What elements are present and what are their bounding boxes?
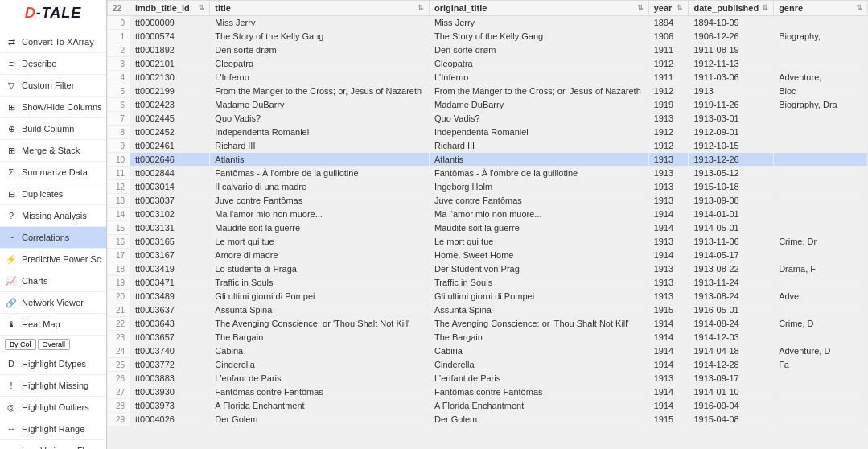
cell-year: 1913 (648, 290, 689, 303)
cell-year: 1915 (648, 303, 689, 317)
cell-original_title: Der Golem (430, 413, 649, 426)
table-head: 22imdb_title_id⇅title⇅original_title⇅yea… (108, 1, 868, 16)
sidebar-item-custom-filter[interactable]: ▽Custom Filter (0, 75, 106, 97)
sidebar-item-low-variance-flag[interactable]: ↕Low Variance Flag (0, 440, 106, 449)
sidebar-item-charts[interactable]: 📈Charts (0, 270, 106, 292)
table-row[interactable]: 9tt0002461Richard IIIRichard III19121912… (108, 139, 868, 153)
table-row[interactable]: 6tt0002423Madame DuBarryMadame DuBarry19… (108, 98, 868, 112)
cell-date_published: 1914-01-10 (689, 385, 774, 399)
cell-imdb_title_id: tt0003772 (130, 358, 210, 372)
cell-year: 1914 (648, 344, 689, 358)
sidebar-item-correlations[interactable]: ~Correlations (0, 227, 106, 249)
table-row[interactable]: 10tt0002646AtlantisAtlantis19131913-12-2… (108, 153, 868, 167)
table-row[interactable]: 16tt0003165Le mort qui tueLe mort qui tu… (108, 235, 868, 249)
col-header-original_title[interactable]: original_title⇅ (430, 1, 649, 16)
cell-genre (774, 372, 868, 385)
table-row[interactable]: 12tt0003014Il calvario di una madreIngeb… (108, 180, 868, 194)
table-row[interactable]: 11tt0002844Fantômas - À l'ombre de la gu… (108, 167, 868, 180)
cell-date_published: 1914-04-18 (689, 344, 774, 358)
col-header-year[interactable]: year⇅ (648, 1, 689, 16)
table-row[interactable]: 4tt0002130L'InfernoL'Inferno19111911-03-… (108, 71, 868, 84)
table-row[interactable]: 5tt0002199From the Manger to the Cross; … (108, 84, 868, 98)
duplicates-icon: ⊟ (5, 187, 18, 200)
cell-year: 1915 (648, 413, 689, 426)
cell-date_published: 1912-09-01 (689, 126, 774, 139)
cell-imdb_title_id: tt0003643 (130, 317, 210, 331)
cell-imdb_title_id: tt0002445 (130, 112, 210, 126)
sidebar-item-highlight-outliers[interactable]: ◎Highlight Outliers (0, 397, 106, 418)
cell-original_title: The Story of the Kelly Gang (430, 30, 649, 43)
sidebar-item-highlight-missing[interactable]: !Highlight Missing (0, 375, 106, 397)
table-row[interactable]: 21tt0003637Assunta SpinaAssunta Spina191… (108, 303, 868, 317)
sidebar-item-network-viewer[interactable]: 🔗Network Viewer (0, 292, 106, 314)
col-header-date_published[interactable]: date_published⇅ (689, 1, 774, 16)
cell-year: 1913 (648, 262, 689, 276)
cell-original_title: Juve contre Fantômas (430, 194, 649, 208)
data-table: 22imdb_title_id⇅title⇅original_title⇅yea… (107, 0, 868, 426)
table-row[interactable]: 13tt0003037Juve contre FantômasJuve cont… (108, 194, 868, 208)
table-row[interactable]: 3tt0002101CleopatraCleopatra19121912-11-… (108, 57, 868, 71)
table-row[interactable]: 18tt0003419Lo studente di PragaDer Stude… (108, 262, 868, 276)
cell-original_title: Traffic in Souls (430, 276, 649, 290)
heat-map-btn-overall[interactable]: Overall (38, 339, 71, 350)
sidebar-item-label: Charts (22, 276, 47, 286)
cell-genre: Biography, Dra (774, 98, 868, 112)
sidebar-item-merge-stack[interactable]: ⊞Merge & Stack (0, 140, 106, 162)
cell-year: 1911 (648, 71, 689, 84)
sidebar-item-missing-analysis[interactable]: ?Missing Analysis (0, 205, 106, 227)
sidebar-item-highlight-dtypes[interactable]: DHighlight Dtypes (0, 353, 106, 375)
table-row[interactable]: 17tt0003167Amore di madreHome, Sweet Hom… (108, 249, 868, 262)
table-row[interactable]: 19tt0003471Traffic in SoulsTraffic in So… (108, 276, 868, 290)
sidebar-item-duplicates[interactable]: ⊟Duplicates (0, 183, 106, 205)
cell-date_published: 1916-05-01 (689, 303, 774, 317)
table-wrapper[interactable]: 22imdb_title_id⇅title⇅original_title⇅yea… (107, 0, 868, 449)
table-row[interactable]: 15tt0003131Maudite soit la guerreMaudite… (108, 221, 868, 235)
table-row[interactable]: 22tt0003643The Avenging Conscience: or '… (108, 317, 868, 331)
sidebar-item-predictive-power[interactable]: ⚡Predictive Power Score (0, 249, 106, 270)
cell-title: Fantômas - À l'ombre de la guillotine (210, 167, 430, 180)
cell-imdb_title_id: tt0002646 (130, 153, 210, 167)
table-row[interactable]: 20tt0003489Gli ultimi giorni di PompeiGl… (108, 290, 868, 303)
table-row[interactable]: 28tt0003973A Florida EnchantmentA Florid… (108, 399, 868, 413)
col-header-genre[interactable]: genre⇅ (774, 1, 868, 16)
sidebar-item-summarize-data[interactable]: ΣSummarize Data (0, 162, 106, 183)
cell-genre: Adventure, (774, 71, 868, 84)
cell-genre: Bioc (774, 84, 868, 98)
cell-original_title: Fantômas - À l'ombre de la guillotine (430, 167, 649, 180)
cell-title: Miss Jerry (210, 16, 430, 30)
col-header-imdb_title_id[interactable]: imdb_title_id⇅ (130, 1, 210, 16)
cell-title: Maudite soit la guerre (210, 221, 430, 235)
table-row[interactable]: 1tt0000574The Story of the Kelly GangThe… (108, 30, 868, 43)
table-row[interactable]: 7tt0002445Quo Vadis?Quo Vadis?19131913-0… (108, 112, 868, 126)
heat-map-btn-by col[interactable]: By Col (5, 339, 36, 350)
cell-date_published: 1914-05-01 (689, 221, 774, 235)
table-row[interactable]: 14tt0003102Ma l'amor mio non muore...Ma … (108, 208, 868, 221)
table-row[interactable]: 24tt0003740CabiriaCabiria19141914-04-18A… (108, 344, 868, 358)
sidebar-item-convert[interactable]: ⇄Convert To XArray (0, 31, 106, 53)
cell-year: 1919 (648, 98, 689, 112)
sort-icon-year: ⇅ (677, 4, 683, 12)
cell-genre: Drama, F (774, 262, 868, 276)
sidebar-item-build-column[interactable]: ⊕Build Column (0, 118, 106, 140)
sidebar-item-label: Merge & Stack (22, 146, 80, 155)
cell-genre (774, 249, 868, 262)
table-row[interactable]: 23tt0003657The BargainThe Bargain1914191… (108, 331, 868, 344)
table-row[interactable]: 0tt0000009Miss JerryMiss Jerry18941894-1… (108, 16, 868, 30)
table-row[interactable]: 8tt0002452Independenta RomanieiIndepende… (108, 126, 868, 139)
table-row[interactable]: 2tt0001892Den sorte drømDen sorte drøm19… (108, 43, 868, 57)
sidebar-item-describe[interactable]: ≡Describe (0, 53, 106, 75)
cell-genre (774, 180, 868, 194)
col-header-title[interactable]: title⇅ (210, 1, 430, 16)
sidebar-item-show-hide-columns[interactable]: ⊞Show/Hide Columns (0, 97, 106, 118)
sidebar-item-label: Correlations (22, 233, 69, 242)
table-row[interactable]: 27tt0003930Fantômas contre FantômasFantô… (108, 385, 868, 399)
table-row[interactable]: 29tt0004026Der GolemDer Golem19151915-04… (108, 413, 868, 426)
sidebar-item-heat-map[interactable]: 🌡 Heat Map (0, 314, 106, 336)
table-row[interactable]: 26tt0003883L'enfant de ParisL'enfant de … (108, 372, 868, 385)
cell-imdb_title_id: tt0002461 (130, 139, 210, 153)
cell-genre (774, 399, 868, 413)
cell-original_title: Ma l'amor mio non muore... (430, 208, 649, 221)
table-row[interactable]: 25tt0003772CinderellaCinderella19141914-… (108, 358, 868, 372)
network-viewer-icon: 🔗 (5, 296, 18, 309)
sidebar-item-highlight-range[interactable]: ↔Highlight Range (0, 418, 106, 440)
